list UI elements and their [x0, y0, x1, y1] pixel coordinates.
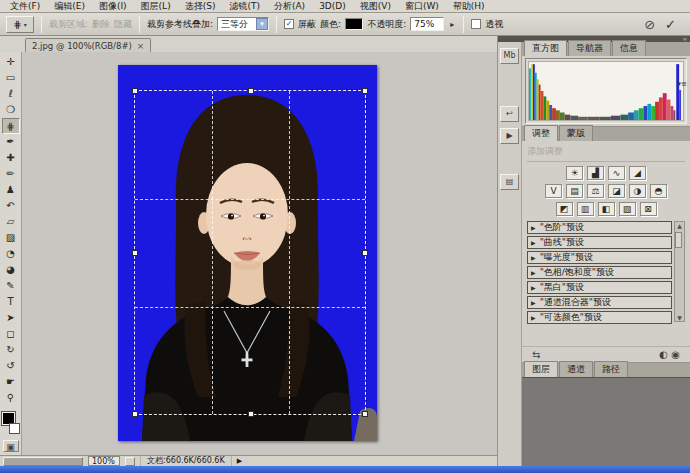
expand-triangle-icon[interactable]: ▶ [531, 239, 536, 246]
path-selection-tool-icon[interactable]: ➤ [2, 310, 20, 326]
visibility-icon[interactable]: ◉ [671, 349, 680, 360]
orbit-3d-tool-icon[interactable]: ↺ [2, 358, 20, 374]
selective-color-icon[interactable]: ⊠ [640, 202, 657, 216]
crop-handle-top-left[interactable] [132, 88, 138, 94]
background-color-swatch[interactable] [9, 423, 20, 434]
zoom-tool-icon[interactable]: ⚲ [2, 390, 20, 406]
threshold-icon[interactable]: ◧ [598, 202, 615, 216]
channel-mixer-icon[interactable]: ◓ [650, 184, 667, 198]
vibrance-icon[interactable]: V [545, 184, 562, 198]
eyedropper-tool-icon[interactable]: ✒ [2, 134, 20, 150]
menu-item[interactable]: 窗口(W) [398, 0, 446, 12]
expand-triangle-icon[interactable]: ▶ [531, 284, 536, 291]
exposure-icon[interactable]: ◢ [629, 166, 646, 180]
lasso-tool-icon[interactable]: ℓ [2, 86, 20, 102]
expand-triangle-icon[interactable]: ▶ [531, 269, 536, 276]
crop-handle-middle-right[interactable] [362, 250, 368, 256]
preset-scrollbar[interactable]: ▲ ▼ [674, 221, 685, 322]
crop-marquee[interactable] [134, 90, 366, 415]
quick-mask-button[interactable]: ▣ [3, 440, 19, 452]
status-options-icon[interactable] [125, 457, 135, 466]
menu-item[interactable]: 编辑(E) [47, 0, 92, 12]
type-tool-icon[interactable]: T [2, 294, 20, 310]
layer-comps-panel-icon[interactable]: ▤ [500, 174, 519, 190]
menu-item[interactable]: 3D(D) [312, 0, 353, 12]
preset-item[interactable]: ▶ "曝光度"预设 [527, 251, 672, 264]
zoom-level-field[interactable]: 100% [88, 456, 120, 466]
dodge-tool-icon[interactable]: ◕ [2, 262, 20, 278]
curves-icon[interactable]: ∿ [608, 166, 625, 180]
expand-triangle-icon[interactable]: ▶ [531, 314, 536, 321]
hand-tool-icon[interactable]: ☛ [2, 374, 20, 390]
preset-item[interactable]: ▶ "色相/饱和度"预设 [527, 266, 672, 279]
posterize-icon[interactable]: ▥ [577, 202, 594, 216]
quick-selection-tool-icon[interactable]: ❍ [2, 102, 20, 118]
menu-item[interactable]: 滤镜(T) [222, 0, 267, 12]
panel-tab[interactable]: 通道 [559, 361, 593, 377]
rotate-3d-tool-icon[interactable]: ↻ [2, 342, 20, 358]
clone-stamp-tool-icon[interactable]: ♟ [2, 182, 20, 198]
switch-panel-icon[interactable]: ⇆ [532, 349, 540, 360]
menu-item[interactable]: 选择(S) [178, 0, 223, 12]
panel-tab[interactable]: 蒙版 [559, 125, 593, 141]
menu-item[interactable]: 视图(V) [353, 0, 398, 12]
close-icon[interactable]: × [137, 41, 145, 51]
history-panel-icon[interactable]: ↩ [500, 106, 519, 122]
crop-handle-bottom-right[interactable] [362, 411, 368, 417]
crop-handle-bottom-center[interactable] [248, 411, 254, 417]
spot-healing-brush-tool-icon[interactable]: ✚ [2, 150, 20, 166]
chevron-down-icon[interactable]: ▾ [256, 18, 268, 30]
eraser-tool-icon[interactable]: ▱ [2, 214, 20, 230]
panel-tab[interactable]: 导航器 [568, 40, 611, 56]
levels-icon[interactable]: ▟ [587, 166, 604, 180]
brightness-contrast-icon[interactable]: ☀ [566, 166, 583, 180]
color-balance-icon[interactable]: ⚖ [587, 184, 604, 198]
invert-icon[interactable]: ◩ [556, 202, 573, 216]
scroll-up-icon[interactable]: ▲ [677, 222, 682, 229]
layers-list-empty[interactable] [522, 377, 690, 466]
preset-item[interactable]: ▶ "通道混合器"预设 [527, 296, 672, 309]
panel-menu-icon[interactable]: ▾≡ [678, 80, 687, 88]
rectangle-tool-icon[interactable]: ◻ [2, 326, 20, 342]
guide-overlay-select[interactable]: 三等分 ▾ [217, 17, 269, 31]
panel-tab[interactable]: 路径 [594, 361, 628, 377]
expand-triangle-icon[interactable]: ▶ [531, 299, 536, 306]
crop-handle-top-right[interactable] [362, 88, 368, 94]
document-tab[interactable]: 2.jpg @ 100%(RGB/8#) × [25, 38, 151, 52]
move-tool-icon[interactable]: ✛ [2, 54, 20, 70]
black-white-icon[interactable]: ◪ [608, 184, 625, 198]
menu-item[interactable]: 分析(A) [267, 0, 312, 12]
panel-tab[interactable]: 信息 [612, 40, 646, 56]
crop-handle-top-center[interactable] [248, 88, 254, 94]
perspective-checkbox[interactable] [471, 19, 481, 29]
preset-item[interactable]: ▶ "曲线"预设 [527, 236, 672, 249]
menu-item[interactable]: 帮助(H) [446, 0, 492, 12]
shield-color-swatch[interactable] [345, 18, 363, 30]
horizontal-scrollbar-thumb[interactable] [3, 457, 83, 466]
panel-tab[interactable]: 调整 [524, 125, 558, 141]
gradient-tool-icon[interactable]: ▨ [2, 230, 20, 246]
tool-preset-picker[interactable]: ⋕ ▾ [6, 16, 34, 33]
document-canvas[interactable] [22, 52, 497, 455]
menu-item[interactable]: 图像(I) [92, 0, 134, 12]
crop-handle-bottom-left[interactable] [132, 411, 138, 417]
pen-tool-icon[interactable]: ✎ [2, 278, 20, 294]
mini-bridge-panel-icon[interactable]: Mb [500, 48, 519, 64]
expand-triangle-icon[interactable]: ▶ [531, 224, 536, 231]
hue-saturation-icon[interactable]: ▤ [566, 184, 583, 198]
photo-filter-icon[interactable]: ◑ [629, 184, 646, 198]
opacity-field[interactable]: 75% [410, 17, 444, 31]
cancel-crop-button[interactable]: ⊘ [644, 17, 655, 32]
panel-tab[interactable]: 图层 [524, 361, 558, 377]
opacity-slider-arrow[interactable]: ▸ [448, 20, 456, 29]
shield-checkbox[interactable]: ✓ [284, 19, 294, 29]
menu-item[interactable]: 图层(L) [134, 0, 178, 12]
actions-panel-icon[interactable]: ▶ [500, 128, 519, 144]
crop-tool-icon[interactable]: ⋕ [2, 118, 20, 134]
history-brush-tool-icon[interactable]: ↶ [2, 198, 20, 214]
scroll-down-icon[interactable]: ▼ [677, 314, 682, 321]
gradient-map-icon[interactable]: ▧ [619, 202, 636, 216]
scrollbar-thumb[interactable] [675, 232, 682, 248]
expand-triangle-icon[interactable]: ▶ [531, 254, 536, 261]
commit-crop-button[interactable]: ✓ [665, 17, 676, 32]
